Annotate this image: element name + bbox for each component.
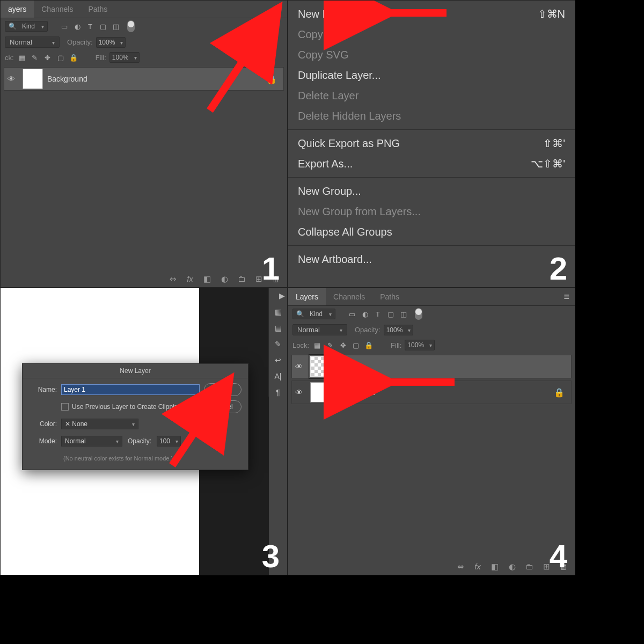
menu-new-group[interactable]: New Group... [288, 181, 575, 201]
tab-layers[interactable]: Layers [288, 288, 326, 305]
annotation-arrow [162, 374, 237, 473]
adjustment-icon[interactable]: ◐ [507, 562, 517, 572]
mode-select[interactable]: Normal [61, 436, 122, 447]
lock-move-icon[interactable]: ✥ [338, 341, 348, 349]
paragraph-icon[interactable]: ¶ [276, 388, 280, 397]
panel-menu-icon[interactable]: ≡ [564, 291, 569, 303]
tab-paths[interactable]: Paths [80, 1, 115, 18]
annotation-arrow [379, 5, 449, 23]
visibility-icon[interactable]: 👁 [292, 388, 306, 397]
color-label: Color: [29, 420, 57, 428]
layer-name: Layer 1 [336, 362, 361, 371]
layer-thumbnail [23, 69, 43, 89]
lock-all-icon[interactable]: ▦ [312, 341, 322, 349]
opacity-label: Opacity: [355, 326, 380, 334]
menu-new-artboard[interactable]: New Artboard... [288, 249, 575, 269]
swatches-icon[interactable]: ▤ [275, 324, 282, 332]
fill-value[interactable]: 100% [109, 52, 140, 63]
fx-icon[interactable]: fx [185, 274, 195, 284]
lock-paint-icon[interactable]: ✎ [30, 54, 40, 62]
menu-duplicate-layer[interactable]: Duplicate Layer... [288, 65, 575, 85]
filter-image-icon[interactable]: ▭ [60, 23, 69, 31]
layer-filter-kind[interactable]: Kind [5, 21, 48, 32]
lock-paint-icon[interactable]: ✎ [325, 341, 335, 349]
tab-channels[interactable]: Channels [34, 1, 80, 18]
step-number: 2 [550, 250, 567, 287]
layer-name: Background [47, 75, 87, 83]
fx-icon[interactable]: fx [473, 562, 482, 572]
lock-lock-icon[interactable]: 🔒 [69, 54, 78, 62]
lock-move-icon[interactable]: ✥ [43, 54, 53, 62]
tab-channels[interactable]: Channels [326, 288, 372, 305]
svg-line-0 [210, 14, 274, 111]
blend-mode-select[interactable]: Normal [292, 324, 347, 335]
adjustment-icon[interactable]: ◐ [219, 274, 229, 284]
layer-flyout-menu: New Layer...⇧⌘N Copy CSS Copy SVG Duplic… [288, 1, 575, 273]
panel-new-layer-dialog: ▶ ▦ ▤ ✎ ↩ A| ¶ New Layer Name: OK Use Pr… [0, 288, 288, 575]
menu-quick-export[interactable]: Quick Export as PNG⇧⌘' [288, 133, 575, 153]
menu-copy-svg: Copy SVG [288, 45, 575, 65]
opacity-value[interactable]: 100% [384, 325, 414, 335]
tool-strip: ▶ ▦ ▤ ✎ ↩ A| ¶ [268, 288, 287, 397]
lock-artboard-icon[interactable]: ▢ [56, 54, 65, 62]
menu-collapse-groups[interactable]: Collapse All Groups [288, 222, 575, 242]
layer-filter-kind[interactable]: Kind [292, 309, 335, 319]
filter-smart-icon[interactable]: ◫ [399, 310, 408, 318]
lock-all-icon[interactable]: ▦ [17, 54, 27, 62]
layers-footer: ⇔ fx ◧ ◐ 🗀 ⊞ 🗑 [1, 271, 287, 287]
tab-paths[interactable]: Paths [372, 288, 407, 305]
filter-shape-icon[interactable]: ▢ [386, 310, 396, 318]
name-label: Name: [29, 386, 57, 393]
filter-toggle[interactable] [127, 20, 135, 32]
mask-icon[interactable]: ◧ [490, 562, 500, 572]
lock-artboard-icon[interactable]: ▢ [351, 341, 361, 349]
libraries-icon[interactable]: ▦ [275, 308, 282, 316]
filter-toggle[interactable] [415, 308, 422, 320]
fill-label: Fill: [96, 54, 106, 62]
panel-layer-menu: New Layer...⇧⌘N Copy CSS Copy SVG Duplic… [288, 0, 575, 288]
play-icon[interactable]: ▶ [279, 291, 285, 300]
filter-type-icon[interactable]: T [85, 23, 95, 31]
menu-group-from-layers: New Group from Layers... [288, 201, 575, 222]
group-icon[interactable]: 🗀 [524, 562, 534, 572]
step-number: 1 [262, 250, 280, 287]
filter-shape-icon[interactable]: ▢ [98, 23, 108, 31]
fill-label: Fill: [391, 341, 401, 349]
filter-adjust-icon[interactable]: ◐ [72, 23, 82, 31]
brush-icon[interactable]: ✎ [275, 340, 281, 348]
step-number: 4 [550, 538, 567, 575]
filter-smart-icon[interactable]: ◫ [111, 23, 121, 31]
color-select[interactable]: ✕ None [61, 419, 138, 429]
visibility-icon[interactable]: 👁 [292, 362, 306, 371]
annotation-arrow [204, 9, 285, 118]
tab-layers[interactable]: ayers [1, 1, 34, 18]
menu-copy-css: Copy CSS [288, 24, 575, 45]
visibility-icon[interactable]: 👁 [4, 75, 18, 83]
filter-image-icon[interactable]: ▭ [347, 310, 357, 318]
panel-layers-initial: ayers Channels Paths ≡ Kind ▭ ◐ T ▢ ◫ No… [0, 0, 288, 288]
filter-type-icon[interactable]: T [373, 310, 383, 318]
layer-thumbnail [310, 382, 331, 402]
layer-thumbnail [310, 356, 332, 377]
opacity-label: Opacity: [128, 437, 151, 445]
menu-export-as[interactable]: Export As...⌥⇧⌘' [288, 153, 575, 174]
link-icon[interactable]: ⇔ [168, 274, 178, 284]
layers-footer: ⇔ fx ◧ ◐ 🗀 ⊞ 🗑 [288, 559, 575, 575]
character-icon[interactable]: A| [275, 372, 282, 380]
history-icon[interactable]: ↩ [275, 356, 281, 364]
opacity-value[interactable]: 100% [96, 37, 126, 48]
annotation-arrow [379, 374, 460, 392]
menu-delete-hidden: Delete Hidden Layers [288, 106, 575, 126]
panel-layers-result: Layers Channels Paths ≡ Kind ▭ ◐ T ▢ ◫ N… [288, 288, 575, 575]
svg-line-2 [172, 385, 226, 465]
menu-delete-layer: Delete Layer [288, 85, 575, 106]
filter-adjust-icon[interactable]: ◐ [360, 310, 370, 318]
mask-icon[interactable]: ◧ [202, 274, 212, 284]
opacity-label: Opacity: [67, 38, 93, 46]
link-icon[interactable]: ⇔ [456, 562, 465, 572]
lock-lock-icon[interactable]: 🔒 [364, 341, 374, 349]
fill-value[interactable]: 100% [405, 340, 435, 350]
panel-tabs: Layers Channels Paths ≡ [288, 288, 575, 306]
group-icon[interactable]: 🗀 [237, 274, 246, 284]
blend-mode-select[interactable]: Normal [5, 36, 60, 48]
